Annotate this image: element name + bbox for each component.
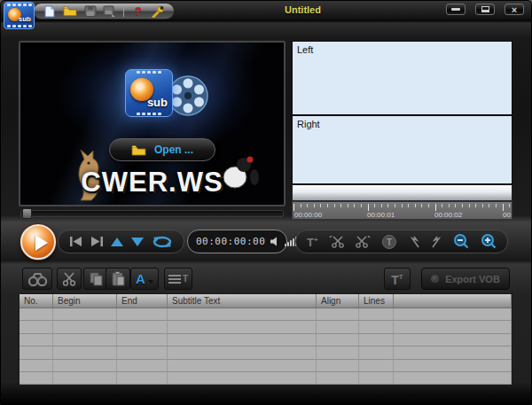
app-window: sub ? Untitled ×	[0, 0, 532, 405]
track-right-label: Right	[297, 119, 320, 129]
film-reel-icon	[167, 74, 209, 121]
scissors-icon	[62, 272, 76, 286]
folder-icon	[131, 144, 146, 156]
track-panels: Left Right	[292, 41, 512, 184]
record-dot-icon	[431, 275, 439, 283]
copy-button[interactable]	[83, 268, 108, 290]
paste-icon	[112, 271, 125, 286]
style-list-button[interactable]: T	[164, 268, 192, 290]
settings-icon[interactable]	[151, 4, 165, 18]
timeline-label: 00:00:00	[294, 211, 322, 219]
zoom-in-icon[interactable]	[481, 234, 497, 249]
flag-left-icon[interactable]	[409, 236, 420, 248]
timeline-label: 00:00:01	[367, 211, 395, 219]
flag-right-icon[interactable]	[431, 236, 442, 248]
subtitle-table: No.BeginEndSubtitle TextAlignLines	[19, 293, 512, 386]
chevron-down-icon	[148, 280, 153, 284]
save-icon[interactable]	[83, 4, 98, 18]
table-row[interactable]	[20, 334, 512, 347]
video-logo-icon: sub	[125, 69, 173, 117]
time-display: 00:00:00:00	[187, 230, 287, 253]
track-right-panel[interactable]: Right	[293, 116, 512, 183]
text-style-button[interactable]: TT	[384, 268, 411, 290]
open-file-icon[interactable]	[63, 4, 77, 18]
table-row[interactable]	[20, 308, 512, 321]
play-icon	[35, 235, 48, 251]
table-row[interactable]	[20, 347, 512, 359]
speaker-icon[interactable]	[270, 234, 279, 250]
split-right-icon[interactable]	[356, 236, 371, 248]
subtitle-tools-pill: T+ T	[295, 230, 508, 253]
loop-icon[interactable]	[152, 236, 173, 248]
table-row[interactable]	[20, 321, 512, 333]
table-header: No.BeginEndSubtitle TextAlignLines	[20, 294, 512, 308]
open-video-button[interactable]: Open ...	[109, 138, 215, 161]
column-header[interactable]: Subtitle Text	[168, 294, 317, 308]
table-row[interactable]	[20, 360, 512, 372]
waveform-strip[interactable]	[292, 185, 512, 201]
table-body[interactable]	[20, 308, 512, 385]
list-icon	[168, 275, 181, 284]
maximize-button[interactable]	[475, 4, 495, 15]
new-file-icon[interactable]	[43, 4, 57, 18]
window-title: Untitled	[285, 4, 321, 15]
minimize-button[interactable]	[446, 4, 466, 15]
timeline-label: 00:0	[503, 211, 512, 219]
copy-icon	[90, 272, 103, 286]
export-vob-button[interactable]: Export VOB	[421, 268, 510, 290]
save-as-icon[interactable]	[103, 4, 117, 18]
title-bar[interactable]: sub ? Untitled ×	[1, 1, 532, 20]
video-preview[interactable]: sub Open ... CWER.WS	[19, 41, 286, 206]
move-up-icon[interactable]	[111, 238, 123, 246]
font-button[interactable]: A	[130, 268, 159, 290]
split-left-icon[interactable]	[329, 236, 344, 248]
column-header[interactable]: No.	[20, 294, 53, 308]
binoculars-icon	[27, 272, 48, 286]
time-value: 00:00:00:00	[196, 236, 265, 247]
move-down-icon[interactable]	[131, 238, 144, 246]
transport-pill	[58, 230, 184, 253]
export-vob-label: Export VOB	[445, 274, 500, 284]
svg-text:T: T	[387, 238, 392, 247]
track-left-label: Left	[297, 44, 313, 55]
open-button-label: Open ...	[154, 144, 193, 156]
video-seek-bar[interactable]	[20, 210, 284, 217]
column-header[interactable]: Align	[317, 294, 359, 308]
main-toolbar: ?	[33, 3, 175, 19]
column-header[interactable]: Begin	[53, 294, 117, 308]
cartoon-figure-image	[221, 154, 260, 193]
zoom-out-icon[interactable]	[453, 234, 469, 249]
table-row[interactable]	[20, 372, 512, 385]
play-button[interactable]	[20, 224, 56, 260]
toolbar-separator	[123, 5, 124, 17]
column-header[interactable]	[394, 294, 512, 308]
paste-button[interactable]	[106, 268, 130, 290]
track-left-panel[interactable]: Left	[293, 42, 512, 116]
column-header[interactable]: Lines	[359, 294, 394, 308]
timeline-ruler[interactable]: 00:00:0000:00:0100:00:0200:0	[292, 201, 512, 220]
column-header[interactable]: End	[117, 294, 168, 308]
next-frame-icon[interactable]	[90, 237, 104, 246]
previous-frame-icon[interactable]	[69, 237, 82, 246]
font-icon: A	[136, 271, 145, 286]
help-icon[interactable]: ?	[130, 4, 145, 18]
find-button[interactable]	[22, 268, 52, 290]
app-logo-icon: sub	[4, 2, 35, 29]
timeline-label: 00:00:02	[434, 211, 462, 219]
close-button[interactable]: ×	[505, 4, 524, 15]
record-text-icon[interactable]: T	[381, 234, 397, 250]
cut-button[interactable]	[57, 268, 82, 290]
seek-handle[interactable]	[22, 208, 32, 219]
logo-text: sub	[19, 15, 31, 23]
add-subtitle-text-icon[interactable]: T+	[307, 234, 318, 248]
